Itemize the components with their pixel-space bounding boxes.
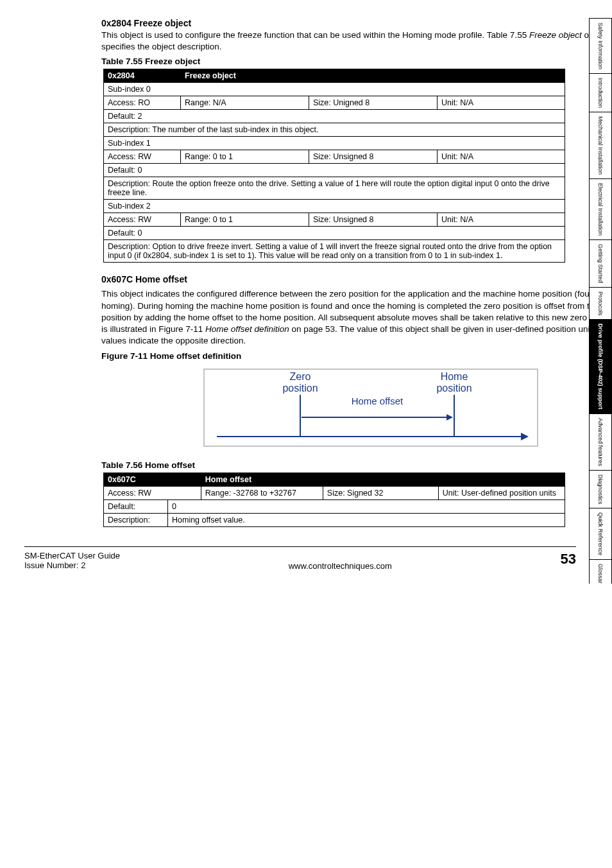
freeze-si2-desc: Description: Option to drive freeze inve… <box>104 240 565 263</box>
home-fig-caption: Figure 7-11 Home offset definition <box>101 351 612 361</box>
freeze-si1-range: Range: 0 to 1 <box>181 150 309 164</box>
home-title: Home offset <box>201 473 565 486</box>
freeze-si2-default: Default: 0 <box>104 227 565 240</box>
freeze-si1-label: Sub-index 1 <box>104 137 565 150</box>
freeze-si1-desc: Description: Route the option freeze ont… <box>104 177 565 200</box>
home-table-caption: Table 7.56 Home offset <box>101 460 612 470</box>
freeze-si0-label: Sub-index 0 <box>104 83 565 96</box>
page-footer: SM-EtherCAT User Guide Issue Number: 2 w… <box>24 546 576 571</box>
tab-getting-started[interactable]: Getting Started <box>589 239 612 287</box>
freeze-si2-range: Range: 0 to 1 <box>181 213 309 227</box>
footer-issue: Issue Number: 2 <box>24 560 120 570</box>
home-default-val: 0 <box>168 499 565 513</box>
fig-offset-label: Home offset <box>352 395 404 406</box>
home-heading: 0x607C Home offset <box>101 274 612 284</box>
tab-advanced[interactable]: Advanced features <box>589 413 612 470</box>
home-table: 0x607C Home offset Access: RW Range: -32… <box>103 473 565 527</box>
freeze-si0-size: Size: Unigned 8 <box>309 96 438 110</box>
page-content: 0x2804 Freeze object This object is used… <box>101 18 612 527</box>
tab-quick-reference[interactable]: Quick Reference <box>589 508 612 559</box>
freeze-si1-unit: Unit: N/A <box>438 150 565 164</box>
freeze-intro-text: This object is used to configure the fre… <box>101 30 529 40</box>
freeze-si1-size: Size: Unsigned 8 <box>309 150 438 164</box>
freeze-si1-access: Access: RW <box>104 150 181 164</box>
tab-electrical[interactable]: Electrical Installation <box>589 178 612 239</box>
freeze-table: 0x2804 Freeze object Sub-index 0 Access:… <box>103 69 565 263</box>
footer-guide: SM-EtherCAT User Guide <box>24 551 120 560</box>
home-default-label: Default: <box>104 499 168 513</box>
tab-drive-profile[interactable]: Drive profile (DSP-402) support <box>589 319 612 413</box>
home-unit: Unit: User-defined position units <box>438 486 565 499</box>
freeze-si0-range: Range: N/A <box>181 96 309 110</box>
freeze-si2-label: Sub-index 2 <box>104 200 565 213</box>
tab-glossary[interactable]: Glossary Of Terms <box>589 559 612 583</box>
freeze-intro: This object is used to configure the fre… <box>101 30 612 53</box>
freeze-si2-access: Access: RW <box>104 213 181 227</box>
freeze-si0-unit: Unit: N/A <box>438 96 565 110</box>
svg-marker-6 <box>521 433 529 440</box>
home-access: Access: RW <box>104 486 201 499</box>
freeze-intro-italic: Freeze object <box>529 30 582 40</box>
home-size: Size: Signed 32 <box>323 486 438 499</box>
tab-introduction[interactable]: Introduction <box>589 73 612 112</box>
home-desc-label: Description: <box>104 513 168 526</box>
freeze-si1-default: Default: 0 <box>104 164 565 177</box>
fig-zero-label: Zero <box>290 371 311 382</box>
tab-protocols[interactable]: Protocols <box>589 287 612 320</box>
tab-diagnostics[interactable]: Diagnostics <box>589 470 612 508</box>
home-desc-val: Homing offset value. <box>168 513 565 526</box>
svg-marker-4 <box>446 414 453 421</box>
fig-zero-pos-label: position <box>282 383 318 394</box>
footer-page: 53 <box>561 551 576 568</box>
tab-safety[interactable]: Safety Information <box>589 18 612 73</box>
home-para: This object indicates the configured dif… <box>101 288 612 347</box>
tab-mechanical[interactable]: Mechanical Installation <box>589 112 612 178</box>
sidebar-tabs: Safety Information Introduction Mechanic… <box>589 18 612 584</box>
freeze-si2-size: Size: Unsigned 8 <box>309 213 438 227</box>
freeze-si0-default: Default: 2 <box>104 110 565 123</box>
home-hex: 0x607C <box>104 473 201 486</box>
home-para-italic: Home offset definition <box>205 324 289 334</box>
freeze-hex: 0x2804 <box>104 69 181 83</box>
freeze-si0-desc: Description: The number of the last sub-… <box>104 123 565 137</box>
freeze-si2-unit: Unit: N/A <box>438 213 565 227</box>
freeze-table-caption: Table 7.55 Freeze object <box>101 56 612 66</box>
freeze-heading: 0x2804 Freeze object <box>101 18 612 28</box>
svg-rect-0 <box>204 369 538 446</box>
fig-home-label: Home <box>441 371 468 382</box>
footer-left: SM-EtherCAT User Guide Issue Number: 2 <box>24 551 120 570</box>
fig-home-pos-label: position <box>436 383 472 394</box>
freeze-si0-access: Access: RO <box>104 96 181 110</box>
freeze-title: Freeze object <box>181 69 565 83</box>
home-range: Range: -32768 to +32767 <box>201 486 323 499</box>
footer-url: www.controltechniques.com <box>289 551 392 571</box>
home-offset-figure: Zero position Home position Home offset <box>101 366 612 451</box>
